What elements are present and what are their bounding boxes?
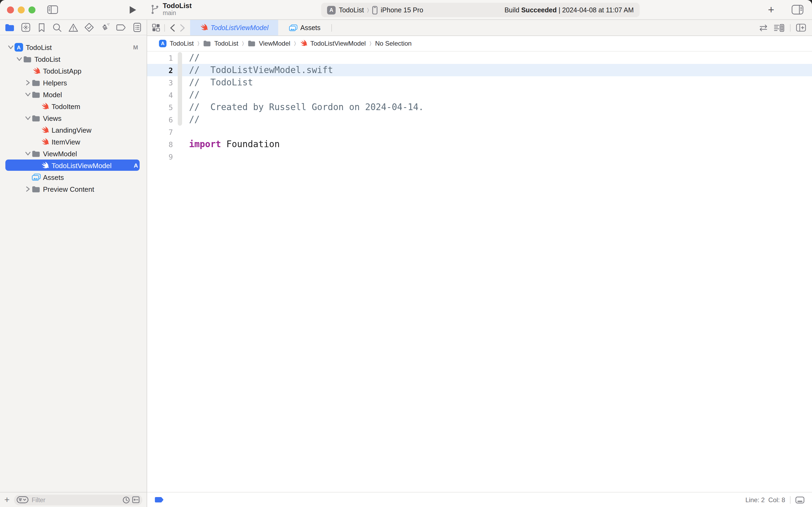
tests-navigator-icon[interactable] bbox=[84, 22, 95, 33]
code-line[interactable]: 1 // bbox=[147, 52, 812, 64]
editor-controls bbox=[758, 23, 806, 32]
source-control-navigator-icon[interactable] bbox=[20, 22, 31, 33]
tree-row-group[interactable]: Views bbox=[0, 112, 147, 124]
code-line[interactable]: 8 import Foundation bbox=[147, 138, 812, 150]
disclosure-triangle-icon[interactable] bbox=[25, 80, 30, 86]
window-controls bbox=[7, 6, 36, 13]
chevron-right-icon: 〉 bbox=[294, 40, 296, 47]
branch-name: main bbox=[163, 10, 192, 17]
filter-bar: + bbox=[0, 492, 147, 507]
status-badge: M bbox=[133, 44, 138, 51]
project-navigator-icon[interactable] bbox=[4, 22, 15, 33]
tree-row-file[interactable]: TodoListApp bbox=[0, 65, 147, 77]
disclosure-triangle-icon[interactable] bbox=[25, 186, 30, 192]
disclosure-triangle-icon[interactable] bbox=[25, 116, 31, 120]
tree-row-file[interactable]: LandingView bbox=[0, 124, 147, 136]
sidebar-divider[interactable] bbox=[147, 20, 147, 507]
related-items-icon[interactable] bbox=[152, 23, 160, 32]
tree-row-file[interactable]: Assets bbox=[0, 171, 147, 183]
recents-clock-icon[interactable] bbox=[122, 496, 130, 504]
source-editor[interactable]: 1 // 2 // TodoListViewModel.swift 3 // T… bbox=[147, 52, 812, 492]
swift-file-icon bbox=[41, 161, 49, 169]
folder-icon bbox=[32, 150, 40, 157]
forward-button[interactable] bbox=[180, 24, 185, 32]
editor-options-icon[interactable] bbox=[774, 23, 785, 32]
jumpbar-group[interactable]: ViewModel bbox=[247, 40, 290, 47]
disclosure-triangle-icon[interactable] bbox=[16, 57, 22, 61]
code-line[interactable]: 6 // bbox=[147, 113, 812, 126]
back-button[interactable] bbox=[170, 24, 175, 32]
iphone-icon bbox=[372, 6, 378, 14]
chevron-right-icon: 〉 bbox=[367, 7, 369, 13]
tree-row-file-selected[interactable]: TodoListViewModel A bbox=[0, 160, 147, 171]
tree-row-file[interactable]: ItemView bbox=[0, 136, 147, 148]
scheme-target[interactable]: A TodoList 〉 iPhone 15 Pro bbox=[327, 6, 423, 14]
breakpoint-tag-icon[interactable] bbox=[155, 497, 164, 503]
disclosure-triangle-icon[interactable] bbox=[8, 45, 13, 49]
run-button[interactable] bbox=[129, 6, 136, 14]
debug-navigator-icon[interactable] bbox=[100, 22, 111, 33]
jumpbar-file[interactable]: TodoListViewModel bbox=[300, 40, 366, 47]
add-editor-icon[interactable] bbox=[796, 23, 806, 32]
tree-row-group[interactable]: Helpers bbox=[0, 77, 147, 89]
disclosure-triangle-icon[interactable] bbox=[25, 92, 31, 97]
scheme-selector[interactable]: A TodoList 〉 iPhone 15 Pro Build Succeed… bbox=[321, 3, 640, 17]
add-tab-button[interactable]: + bbox=[768, 3, 774, 17]
inspector-toggle-icon[interactable] bbox=[792, 5, 803, 14]
editor-tab-bar: TodoListViewModel Assets bbox=[147, 20, 812, 36]
tab-assets[interactable]: Assets bbox=[278, 20, 331, 36]
swift-file-icon bbox=[32, 67, 40, 75]
cursor-position: Line: 2 Col: 8 bbox=[745, 496, 785, 504]
line-number: 2 bbox=[147, 66, 173, 74]
zoom-window-button[interactable] bbox=[28, 6, 36, 13]
issues-navigator-icon[interactable] bbox=[68, 22, 79, 33]
swift-file-icon bbox=[300, 40, 307, 47]
close-window-button[interactable] bbox=[7, 6, 14, 13]
code-line[interactable]: 7 bbox=[147, 126, 812, 138]
app-project-icon: A bbox=[14, 43, 23, 52]
swift-file-icon bbox=[200, 23, 208, 32]
code-line[interactable]: 4 // bbox=[147, 89, 812, 101]
filter-field[interactable] bbox=[14, 494, 142, 505]
code-line-current[interactable]: 2 // TodoListViewModel.swift bbox=[147, 64, 812, 76]
filter-input[interactable] bbox=[31, 496, 120, 504]
disclosure-triangle-icon[interactable] bbox=[25, 152, 31, 156]
jumpbar-selection[interactable]: No Selection bbox=[375, 40, 412, 47]
tree-row-group[interactable]: ViewModel bbox=[0, 148, 147, 160]
tab-label: TodoListViewModel bbox=[211, 24, 268, 32]
filter-icon[interactable] bbox=[17, 496, 28, 503]
tree-row-file[interactable]: TodoItem bbox=[0, 101, 147, 112]
project-title-block: TodoList main bbox=[151, 2, 192, 17]
tree-row-project[interactable]: A TodoList M bbox=[0, 41, 147, 53]
minimize-window-button[interactable] bbox=[18, 6, 25, 13]
code-line[interactable]: 3 // TodoList bbox=[147, 76, 812, 89]
sidebar-toggle-icon[interactable] bbox=[47, 5, 58, 14]
line-number: 5 bbox=[147, 103, 173, 111]
add-file-button[interactable]: + bbox=[4, 495, 10, 504]
chevron-right-icon: 〉 bbox=[242, 40, 244, 47]
code-line[interactable]: 5 // Created by Russell Gordon on 2024-0… bbox=[147, 101, 812, 113]
line-number: 3 bbox=[147, 78, 173, 87]
reports-navigator-icon[interactable] bbox=[131, 22, 142, 33]
minimap-toggle-icon[interactable] bbox=[795, 496, 805, 504]
bookmarks-navigator-icon[interactable] bbox=[36, 22, 47, 33]
line-number: 7 bbox=[147, 127, 173, 136]
xcode-window: TodoList main A TodoList 〉 iPhone 15 Pro… bbox=[0, 0, 812, 507]
flag-filter-icon[interactable] bbox=[132, 496, 139, 503]
project-name: TodoList bbox=[163, 2, 192, 10]
tree-row-group[interactable]: Model bbox=[0, 89, 147, 101]
tree-row-group[interactable]: TodoList bbox=[0, 53, 147, 65]
tab-label: Assets bbox=[300, 24, 321, 32]
project-navigator: A TodoList M TodoList TodoListApp Helper… bbox=[0, 36, 147, 492]
find-navigator-icon[interactable] bbox=[52, 22, 63, 33]
assets-icon bbox=[32, 173, 41, 181]
breakpoints-navigator-icon[interactable] bbox=[116, 22, 126, 33]
tree-row-group[interactable]: Preview Content bbox=[0, 183, 147, 195]
jumpbar-project[interactable]: A TodoList bbox=[159, 40, 193, 47]
build-status[interactable]: Build Succeeded | 2024-04-08 at 11:07 AM bbox=[505, 6, 634, 14]
tab-todolistviewmodel[interactable]: TodoListViewModel bbox=[190, 20, 278, 36]
jumpbar-group[interactable]: TodoList bbox=[203, 40, 238, 47]
swift-file-icon bbox=[41, 102, 49, 110]
code-review-icon[interactable] bbox=[758, 24, 768, 32]
code-line[interactable]: 9 bbox=[147, 150, 812, 163]
